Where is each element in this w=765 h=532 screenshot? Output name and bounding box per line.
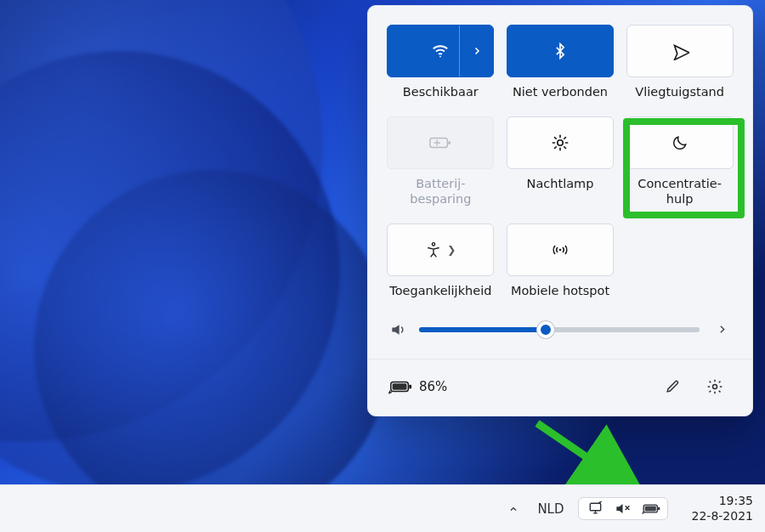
night-light-label: Nachtlamp [527,176,594,191]
volume-slider[interactable] [419,327,700,332]
taskbar-time: 19:35 [692,494,753,509]
svg-rect-16 [393,383,407,389]
battery-saver-label: Batterij- besparing [410,176,471,207]
volume-muted-tray-icon[interactable] [615,501,632,516]
taskbar-date: 22-8-2021 [692,509,753,524]
svg-line-11 [564,138,566,139]
svg-rect-19 [590,503,600,511]
mobile-hotspot-tile[interactable] [507,224,614,276]
settings-button[interactable] [698,371,732,402]
svg-line-8 [555,138,557,139]
bluetooth-label: Niet verbonden [513,84,608,99]
wifi-label: Beschikbaar [403,84,479,99]
hotspot-icon [550,241,570,258]
taskbar: NLD 19:35 22-8-2021 [0,484,765,532]
battery-status[interactable]: 86% [388,379,447,394]
bluetooth-icon [552,42,569,59]
accessibility-icon [425,241,442,258]
wifi-tile[interactable] [387,25,494,77]
sun-icon [551,133,570,152]
svg-rect-2 [449,141,451,144]
mobile-hotspot-label: Mobiele hotspot [511,283,609,298]
svg-rect-22 [658,507,660,511]
moon-icon [672,134,688,151]
airplane-mode-tile[interactable] [626,25,734,77]
battery-saver-tile [387,116,494,169]
svg-line-18 [537,423,629,486]
svg-point-13 [559,249,562,252]
edit-quick-settings-button[interactable] [655,371,689,402]
volume-thumb[interactable] [537,321,554,338]
chevron-right-icon: ❯ [447,244,456,256]
svg-point-12 [433,243,435,246]
battery-saver-icon [429,135,451,150]
svg-point-3 [558,140,563,145]
divider [368,359,752,359]
accessibility-label: Toegankelijkheid [389,283,491,298]
battery-charging-icon [388,379,412,394]
network-tray-icon[interactable] [587,501,604,516]
night-light-tile[interactable] [507,116,614,169]
svg-rect-23 [644,507,655,512]
tray-overflow-button[interactable] [503,499,524,519]
bluetooth-tile[interactable] [507,25,614,77]
volume-output-select[interactable] [711,320,732,340]
wifi-icon [431,42,450,60]
airplane-mode-label: Vliegtuigstand [635,84,724,99]
language-indicator[interactable]: NLD [537,501,564,517]
svg-rect-15 [409,384,411,388]
battery-percent: 86% [419,379,447,394]
system-tray[interactable] [578,497,668,520]
focus-assist-tile[interactable] [626,116,734,169]
accessibility-tile[interactable]: ❯ [387,224,494,276]
svg-point-0 [439,56,441,58]
svg-line-9 [564,147,566,149]
speaker-icon[interactable] [388,320,407,339]
focus-assist-label: Concentratie- hulp [638,176,722,207]
airplane-icon [671,42,689,60]
svg-line-10 [555,147,557,149]
taskbar-clock[interactable]: 19:35 22-8-2021 [692,494,753,524]
wifi-expand-button[interactable] [459,25,493,76]
quick-settings-panel: Beschikbaar Niet verbonden Vliegtuigstan… [367,5,753,416]
volume-row [387,316,734,340]
battery-tray-icon[interactable] [642,502,659,515]
svg-point-17 [713,384,717,388]
